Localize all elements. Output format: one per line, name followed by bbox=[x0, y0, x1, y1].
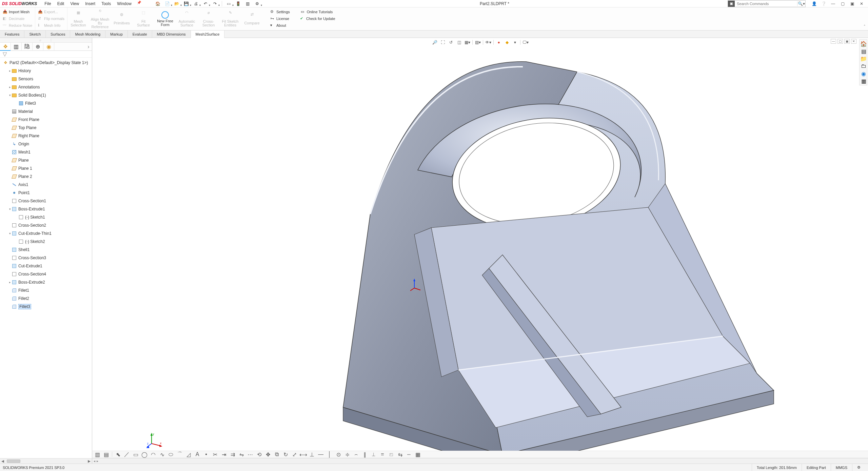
about-button[interactable]: ▾About bbox=[269, 22, 337, 28]
line-tool[interactable]: ／ bbox=[124, 451, 130, 457]
tab-evaluate[interactable]: Evaluate bbox=[128, 30, 152, 38]
close-button[interactable]: ✕ bbox=[858, 0, 865, 7]
tab-markup[interactable]: Markup bbox=[105, 30, 128, 38]
ribbon-collapse-button[interactable]: ˄ bbox=[861, 7, 868, 30]
reference-triad[interactable]: y x z bbox=[146, 432, 163, 449]
tree-node[interactable]: ▾Solid Bodies(1) bbox=[0, 91, 92, 99]
menu-pin-icon[interactable]: 📌 bbox=[137, 1, 141, 7]
fillet-tool[interactable]: ⌒ bbox=[177, 451, 183, 457]
tree-node[interactable]: ▸History bbox=[0, 67, 92, 75]
tree-node[interactable]: Fillet2 bbox=[0, 294, 92, 303]
horizontal-tool[interactable]: ― bbox=[318, 451, 324, 457]
extend-tool[interactable]: ⇥ bbox=[221, 451, 227, 457]
fm-tab-property[interactable]: ▥ bbox=[11, 43, 22, 51]
tab-sketch[interactable]: Sketch bbox=[24, 30, 46, 38]
scale-tool[interactable]: ⤢ bbox=[291, 451, 297, 457]
twisty-icon[interactable]: ▸ bbox=[8, 85, 12, 89]
help-button[interactable]: ❔ bbox=[820, 0, 827, 7]
tab-features[interactable]: Features bbox=[0, 30, 24, 38]
fm-tab-config[interactable]: 隐 bbox=[22, 43, 33, 51]
tab-mbd-dimensions[interactable]: MBD Dimensions bbox=[152, 30, 191, 38]
parallel-tool[interactable]: ∥ bbox=[362, 451, 368, 457]
3dviews-tab-button[interactable]: ▤ bbox=[103, 451, 109, 457]
fm-horizontal-scrollbar[interactable]: ◂ ▸ bbox=[0, 458, 92, 464]
chamfer-tool[interactable]: ◿ bbox=[185, 451, 192, 457]
tree-node[interactable]: Cross-Section3 bbox=[0, 254, 92, 262]
settings-button[interactable]: ⚙Settings bbox=[269, 9, 291, 15]
trim-tool[interactable]: ✂ bbox=[212, 451, 218, 457]
menu-tools[interactable]: Tools bbox=[99, 1, 114, 7]
qat-rebuild-button[interactable]: 🚦 bbox=[234, 0, 242, 7]
license-button[interactable]: 🗝License bbox=[269, 16, 291, 22]
tree-node[interactable]: Cut-Extrude1 bbox=[0, 262, 92, 270]
tree-node[interactable]: Cross-Section2 bbox=[0, 221, 92, 229]
tree-node[interactable]: Mesh1 bbox=[0, 148, 92, 156]
coincident-tool[interactable]: ⊙ bbox=[335, 451, 341, 457]
scroll-thumb[interactable] bbox=[7, 459, 20, 463]
command-search[interactable]: ▣ 🔍▾ bbox=[728, 0, 806, 7]
tree-node[interactable]: Fillet3 bbox=[0, 99, 92, 107]
maximize-button[interactable]: ▣ bbox=[848, 0, 856, 7]
fm-drag-handle[interactable]: ○⋮ bbox=[0, 38, 92, 43]
tab-mesh-modeling[interactable]: Mesh Modeling bbox=[70, 30, 105, 38]
viewtab-left[interactable]: ◂ bbox=[94, 459, 95, 463]
relation-tool[interactable]: ⊥ bbox=[309, 451, 315, 457]
equal-tool[interactable]: = bbox=[379, 451, 386, 457]
menu-edit[interactable]: Edit bbox=[55, 1, 67, 7]
tree-node[interactable]: ▾Boss-Extrude1 bbox=[0, 205, 92, 213]
qat-save-button[interactable]: 💾▾ bbox=[182, 0, 191, 7]
menu-file[interactable]: File bbox=[42, 1, 54, 7]
graphics-viewport[interactable]: — ▢ ▣ ✕ 🔎 ⛶ ↺ ◫ ▦▾ ▧▾ 👁▾ ● ◆ ▾ 🖵▾ 🏠 ▤ bbox=[92, 38, 868, 464]
import-mesh-button[interactable]: 📥Import Mesh bbox=[1, 9, 31, 15]
menu-insert[interactable]: Insert bbox=[82, 1, 98, 7]
mirror-tool[interactable]: ⇋ bbox=[238, 451, 244, 457]
construction-tool[interactable]: ┄ bbox=[406, 451, 412, 457]
qat-select-button[interactable]: ▭▾ bbox=[225, 0, 233, 7]
text-tool[interactable]: A bbox=[194, 451, 200, 457]
circular-pattern-tool[interactable]: ⟲ bbox=[256, 451, 262, 457]
tree-node[interactable]: (-) Sketch1 bbox=[0, 213, 92, 221]
select-tool[interactable]: ⬉ bbox=[115, 451, 121, 457]
qat-undo-button[interactable]: ↶▾ bbox=[201, 0, 210, 7]
menu-window[interactable]: Window bbox=[114, 1, 134, 7]
tree-node[interactable]: Axis1 bbox=[0, 181, 92, 189]
tab-mesh2surface[interactable]: Mesh2Surface bbox=[191, 30, 225, 38]
tree-node[interactable]: Shell1 bbox=[0, 246, 92, 254]
tab-surfaces[interactable]: Surfaces bbox=[46, 30, 70, 38]
fm-tab-feature-tree[interactable]: ❖ bbox=[0, 43, 11, 51]
tree-node[interactable]: (-) Sketch2 bbox=[0, 238, 92, 246]
vertical-tool[interactable]: │ bbox=[327, 451, 333, 457]
tree-node[interactable]: ▸Annotations bbox=[0, 83, 92, 91]
tree-node[interactable]: Fillet1 bbox=[0, 286, 92, 294]
minimize-button[interactable]: — bbox=[829, 0, 837, 7]
perpendicular-tool[interactable]: ⟂ bbox=[371, 451, 377, 457]
fm-tab-dim[interactable]: ⊕ bbox=[33, 43, 43, 51]
copy-tool[interactable]: ⧉ bbox=[274, 451, 280, 457]
twisty-icon[interactable]: ▾ bbox=[8, 232, 12, 235]
spline-tool[interactable]: ∿ bbox=[159, 451, 165, 457]
feature-tree[interactable]: ❖ Part2 (Default<<Default>_Display State… bbox=[0, 58, 92, 458]
fm-filter[interactable]: ▽ bbox=[0, 51, 92, 58]
corner-rect-tool[interactable]: ▭ bbox=[133, 451, 139, 457]
qat-home-button[interactable]: 🏠 bbox=[154, 0, 162, 7]
restore-button[interactable]: ▢ bbox=[839, 0, 846, 7]
twisty-icon[interactable]: ▾ bbox=[8, 94, 12, 97]
tree-node[interactable]: ↳Origin bbox=[0, 140, 92, 148]
login-button[interactable]: 👤 bbox=[810, 0, 818, 7]
tree-node[interactable]: Fillet3 bbox=[0, 303, 92, 311]
tree-node[interactable]: Point1 bbox=[0, 189, 92, 197]
status-custom-button[interactable]: ⚙ bbox=[852, 464, 865, 471]
tangent-tool[interactable]: ⌢ bbox=[353, 451, 359, 457]
qat-settings-button[interactable]: ⚙▾ bbox=[253, 0, 261, 7]
tree-node[interactable]: ▾Cut-Extrude-Thin1 bbox=[0, 229, 92, 238]
tree-node[interactable]: Cross-Section1 bbox=[0, 197, 92, 205]
qat-options-button[interactable]: ▥ bbox=[244, 0, 252, 7]
tree-node[interactable]: Top Plane bbox=[0, 124, 92, 132]
symmetric-tool[interactable]: ⇆ bbox=[397, 451, 403, 457]
tree-node[interactable]: Plane bbox=[0, 156, 92, 164]
tree-node[interactable]: Right Plane bbox=[0, 132, 92, 140]
twisty-icon[interactable]: ▸ bbox=[8, 281, 12, 284]
tree-node[interactable]: Front Plane bbox=[0, 116, 92, 124]
grid-tool[interactable]: ▦ bbox=[415, 451, 421, 457]
move-tool[interactable]: ✥ bbox=[265, 451, 271, 457]
